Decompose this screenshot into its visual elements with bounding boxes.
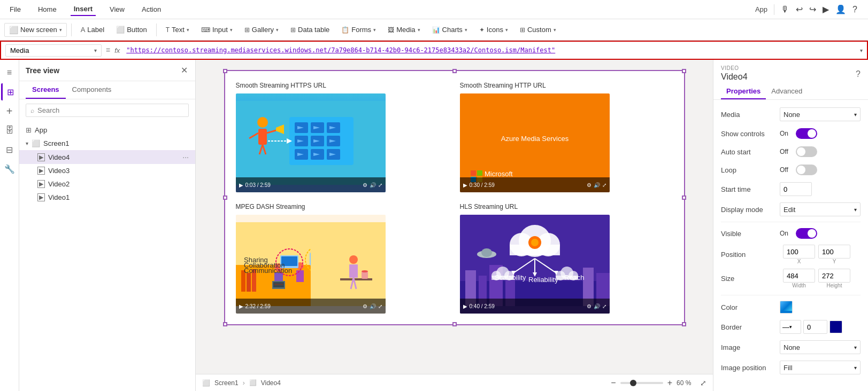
tree-view-close-button[interactable]: ✕ (180, 64, 189, 76)
data-table-button[interactable]: ⊞ Data table (286, 23, 334, 36)
canvas-content: Smooth Streaming HTTPS URL (196, 60, 713, 374)
tree-item-video4[interactable]: ▶ Video4 ··· (19, 150, 195, 164)
video-controls-mpeg[interactable]: ▶ 2:32 / 2:59 ⚙ 🔊 ⤢ (236, 299, 386, 314)
tab-screens[interactable]: Screens (26, 81, 66, 99)
fullscreen-http[interactable]: ⤢ (602, 182, 606, 188)
sidebar-controls-icon[interactable]: ⊟ (1, 141, 18, 158)
display-mode-select[interactable]: Edit ▾ (780, 202, 861, 216)
time-hls: 0:40 / 2:59 (470, 303, 585, 309)
tab-components[interactable]: Components (66, 81, 118, 99)
fullscreen-hls[interactable]: ⤢ (602, 303, 606, 309)
image-position-select[interactable]: Fill ▾ (780, 361, 861, 374)
custom-button[interactable]: ⊞ Custom ▾ (515, 23, 561, 36)
image-position-text: Fill (783, 364, 793, 372)
formula-input[interactable]: "https://contoso.streaming.mediaservices… (124, 45, 854, 55)
menu-home[interactable]: Home (35, 3, 60, 15)
video-controls-hls[interactable]: ▶ 0:40 / 2:59 ⚙ 🔊 ⤢ (460, 299, 610, 314)
size-width-input[interactable] (783, 269, 815, 283)
size-height-input[interactable] (818, 269, 850, 283)
run-icon[interactable]: ▶ (823, 4, 829, 14)
media-button[interactable]: 🖼 Media ▾ (383, 23, 425, 36)
settings-hls[interactable]: ⚙ (587, 303, 592, 309)
input-button[interactable]: ⌨ Input ▾ (196, 23, 237, 36)
image-select[interactable]: None ▾ (780, 340, 861, 354)
button-button[interactable]: ⬜ Button (111, 23, 152, 36)
breadcrumb-screen1[interactable]: Screen1 (214, 379, 239, 387)
visible-toggle[interactable] (796, 228, 817, 239)
border-width-input[interactable] (803, 320, 827, 334)
position-x-input[interactable] (783, 245, 815, 259)
volume-hls[interactable]: 🔊 (594, 303, 600, 309)
video-controls-http[interactable]: ▶ 0:30 / 2:59 ⚙ 🔊 ⤢ (460, 177, 610, 192)
video-thumb-hls[interactable]: Scalability Reliability Reach ▶ 0:40 / 2… (460, 215, 610, 314)
tree-item-video1[interactable]: ▶ Video1 (19, 191, 195, 204)
video4-more-icon[interactable]: ··· (182, 153, 189, 161)
menu-file[interactable]: File (6, 3, 24, 15)
start-time-input[interactable] (780, 182, 812, 196)
zoom-minus[interactable]: − (611, 378, 616, 388)
video-controls-https[interactable]: ▶ 0:03 / 2:59 ⚙ 🔊 ⤢ (236, 177, 386, 192)
label-button[interactable]: A Label (76, 23, 109, 36)
canvas-bottom-bar: ⬜ Screen1 › ⬜ Video4 − + 60 % ⤢ (196, 374, 713, 391)
color-picker[interactable] (780, 301, 793, 314)
new-screen-button[interactable]: ⬜ New screen ▾ (4, 23, 67, 37)
sidebar-layers-icon[interactable]: ⊞ (1, 83, 18, 100)
play-btn-hls[interactable]: ▶ (463, 303, 467, 309)
image-position-chevron: ▾ (854, 365, 857, 371)
property-selector[interactable]: Media ▾ (5, 44, 102, 57)
settings-http[interactable]: ⚙ (587, 182, 592, 188)
video-thumb-http[interactable]: Azure Media Services Microsoft (460, 93, 610, 192)
play-btn-http[interactable]: ▶ (463, 182, 467, 188)
tab-advanced[interactable]: Advanced (766, 84, 808, 99)
menu-insert[interactable]: Insert (71, 3, 96, 16)
gallery-button[interactable]: ⊞ Gallery ▾ (240, 23, 283, 36)
volume-mpeg[interactable]: 🔊 (370, 303, 376, 309)
forms-button[interactable]: 📋 Forms ▾ (336, 23, 381, 36)
formula-dropdown-chevron[interactable]: ▾ (860, 48, 863, 53)
zoom-plus[interactable]: + (667, 378, 672, 388)
redo-icon[interactable]: ↪ (809, 4, 816, 14)
border-style-select[interactable]: — ▾ (780, 320, 801, 334)
text-button[interactable]: T Text ▾ (161, 23, 194, 36)
breadcrumb-video4[interactable]: Video4 (261, 379, 281, 387)
undo-icon[interactable]: ↩ (796, 4, 803, 14)
menu-action[interactable]: Action (139, 3, 164, 15)
sidebar-plus-icon[interactable]: + (1, 103, 18, 120)
tree-item-video2[interactable]: ▶ Video2 (19, 177, 195, 191)
play-btn-https[interactable]: ▶ (239, 182, 243, 188)
video-thumb-mpeg[interactable]: Sharing Collaboration Communication (236, 215, 386, 314)
search-input[interactable] (37, 106, 184, 114)
play-btn-mpeg[interactable]: ▶ (239, 303, 243, 309)
media-select[interactable]: None ▾ (780, 107, 861, 121)
sidebar-wrench-icon[interactable]: 🔧 (1, 160, 18, 177)
new-screen-icon: ⬜ (9, 26, 18, 34)
tree-item-app[interactable]: ⊞ App (19, 123, 195, 137)
fullscreen-mpeg[interactable]: ⤢ (378, 303, 382, 309)
app-label[interactable]: App (755, 5, 767, 13)
charts-button[interactable]: 📊 Charts ▾ (427, 23, 472, 36)
settings-mpeg[interactable]: ⚙ (363, 303, 367, 309)
loop-toggle[interactable] (796, 165, 817, 175)
tree-item-screen1[interactable]: ▾ ⬜ Screen1 (19, 137, 195, 150)
sidebar-menu-icon[interactable]: ≡ (1, 64, 18, 81)
person-icon[interactable]: 👤 (835, 4, 846, 14)
sidebar-database-icon[interactable]: 🗄 (1, 122, 18, 139)
tab-properties[interactable]: Properties (721, 84, 766, 99)
volume-http[interactable]: 🔊 (594, 182, 600, 188)
auto-start-toggle[interactable] (796, 146, 817, 157)
menu-view[interactable]: View (106, 3, 128, 15)
show-controls-toggle[interactable] (796, 128, 817, 139)
border-color-picker[interactable] (829, 320, 842, 333)
icons-button[interactable]: ✦ Icons ▾ (474, 23, 513, 36)
right-panel-help[interactable]: ? (856, 69, 861, 79)
tree-item-video3[interactable]: ▶ Video3 (19, 164, 195, 177)
help-icon[interactable]: ? (852, 5, 857, 14)
position-y-input[interactable] (818, 245, 850, 259)
fullscreen-https[interactable]: ⤢ (378, 182, 382, 188)
video-thumb-https[interactable]: ▶ 0:03 / 2:59 ⚙ 🔊 ⤢ (236, 93, 386, 192)
settings-https[interactable]: ⚙ (363, 182, 367, 188)
zoom-slider[interactable] (620, 382, 663, 384)
fullscreen-button[interactable]: ⤢ (700, 379, 706, 387)
volume-https[interactable]: 🔊 (370, 182, 376, 188)
mic-icon[interactable]: 🎙 (781, 5, 789, 14)
